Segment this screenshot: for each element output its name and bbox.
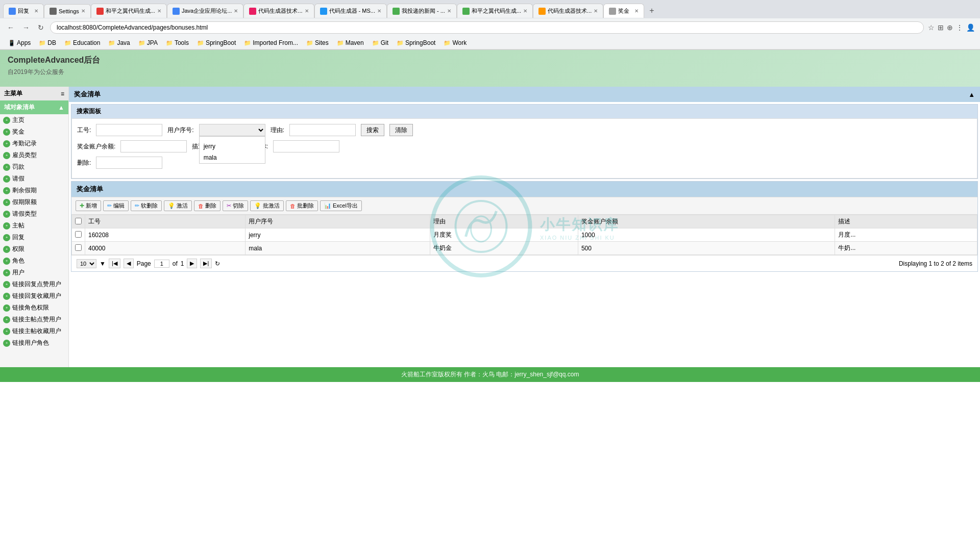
batch-activate-button[interactable]: 💡 批激活 (250, 200, 284, 211)
search-button[interactable]: 搜索 (361, 124, 384, 136)
sidebar-collapse-icon[interactable]: ≡ (61, 90, 64, 97)
sidebar-item-fine[interactable]: 罚款 (0, 161, 68, 173)
table-row[interactable]: 160208 jerry 月度奖 1000 月度... (72, 228, 977, 242)
soft-delete-button[interactable]: ✏ 软删除 (131, 200, 162, 211)
tab-3[interactable]: Java企业应用论坛... ✕ (167, 4, 243, 18)
sidebar-item-post[interactable]: 主帖 (0, 220, 68, 232)
page-prev-button[interactable]: ◀ (124, 259, 134, 268)
sidebar-item-post-collect[interactable]: 链接主帖收藏用户 (0, 325, 68, 337)
tab-4[interactable]: 代码生成器技术... ✕ (243, 4, 314, 18)
bookmark-java[interactable]: 📁 Java (105, 38, 133, 47)
sidebar-item-employee-type[interactable]: 雇员类型 (0, 149, 68, 161)
activate-button[interactable]: 💡 激活 (164, 200, 192, 211)
tab-8[interactable]: 代码生成器技术... ✕ (533, 4, 603, 18)
edit-button[interactable]: ✏ 编辑 (103, 200, 129, 211)
tab-close-6[interactable]: ✕ (447, 8, 451, 14)
bookmark-maven[interactable]: 📁 Maven (334, 38, 367, 47)
sidebar-item-attendance[interactable]: 考勤记录 (0, 138, 68, 149)
bonus-name-input[interactable] (273, 140, 339, 152)
sidebar-item-leave-limit[interactable]: 假期限额 (0, 196, 68, 208)
sidebar-item-reply-collect[interactable]: 链接回复收藏用户 (0, 290, 68, 302)
sidebar-item-leave-type[interactable]: 请假类型 (0, 208, 68, 220)
tab-1[interactable]: Settings ✕ (44, 4, 91, 18)
tab-7[interactable]: 和平之翼代码生成... ✕ (457, 4, 533, 18)
bookmark-springboot-2[interactable]: 📁 SpringBoot (394, 38, 438, 47)
new-tab-button[interactable]: + (644, 3, 659, 18)
menu-icon[interactable]: ⋮ (956, 23, 963, 32)
tab-close-8[interactable]: ✕ (594, 8, 598, 14)
bookmark-sites[interactable]: 📁 Sites (303, 38, 332, 47)
page-refresh-button[interactable]: ↻ (215, 260, 220, 267)
tab-close-4[interactable]: ✕ (305, 8, 309, 14)
sidebar-item-role-perm[interactable]: 链接角色权限 (0, 302, 68, 314)
bookmark-jpa[interactable]: 📁 JPA (135, 38, 161, 47)
tab-0[interactable]: 回复 ✕ (3, 4, 44, 18)
content-collapse-icon[interactable]: ▲ (968, 91, 975, 98)
sidebar-section-header[interactable]: 域对象清单 ▲ (0, 100, 68, 114)
bookmark-icon[interactable]: ☆ (928, 23, 935, 32)
tab-close-5[interactable]: ✕ (377, 8, 381, 14)
sidebar-item-leave[interactable]: 请假 (0, 173, 68, 185)
page-last-button[interactable]: ▶| (200, 259, 212, 268)
bookmark-education[interactable]: 📁 Education (61, 38, 103, 47)
sidebar-item-remaining-leave[interactable]: 剩余假期 (0, 185, 68, 196)
dropdown-option-jerry[interactable]: jerry (200, 141, 265, 152)
bookmark-apps[interactable]: 📱 Apps (5, 38, 34, 47)
reload-button[interactable]: ↻ (36, 22, 46, 33)
employee-id-input[interactable] (96, 124, 162, 136)
sidebar-item-user[interactable]: 用户 (0, 267, 68, 278)
sidebar-item-post-like[interactable]: 链接主帖点赞用户 (0, 314, 68, 325)
user-order-select[interactable]: jerry mala (199, 124, 265, 136)
back-button[interactable]: ← (5, 22, 16, 33)
bookmark-db[interactable]: 📁 DB (36, 38, 59, 47)
add-button[interactable]: ✚ 新增 (76, 200, 101, 211)
bookmark-imported[interactable]: 📁 Imported From... (241, 38, 301, 47)
tab-close-2[interactable]: ✕ (157, 8, 161, 14)
select-all-checkbox[interactable] (75, 218, 82, 224)
page-size-select[interactable]: 10 20 50 (77, 259, 96, 268)
dropdown-option-mala[interactable]: mala (200, 152, 265, 163)
delete-button[interactable]: 🗑 删除 (194, 200, 220, 211)
sidebar-item-reply-like[interactable]: 链接回复点赞用户 (0, 278, 68, 290)
forward-button[interactable]: → (20, 22, 32, 33)
cut-button[interactable]: ✂ 切除 (223, 200, 248, 211)
clear-button[interactable]: 清除 (389, 124, 413, 136)
profile-icon[interactable]: 👤 (966, 23, 975, 32)
extension-icon-2[interactable]: ⊕ (947, 23, 953, 32)
page-next-button[interactable]: ▶ (187, 259, 197, 268)
sidebar-item-permission[interactable]: 权限 (0, 243, 68, 255)
tab-6[interactable]: 我投递的新闻 - ... ✕ (387, 4, 457, 18)
sidebar-item-role[interactable]: 角色 (0, 255, 68, 267)
url-input[interactable] (50, 21, 924, 34)
reason-input[interactable] (289, 124, 356, 136)
sidebar-main-menu[interactable]: 主菜单 ≡ (0, 87, 68, 100)
bookmark-git[interactable]: 📁 Git (369, 38, 391, 47)
bookmark-springboot-1[interactable]: 📁 SpringBoot (194, 38, 239, 47)
tab-close-3[interactable]: ✕ (234, 8, 238, 14)
tab-close-1[interactable]: ✕ (81, 8, 85, 14)
page-first-button[interactable]: |◀ (109, 259, 120, 268)
tab-2[interactable]: 和平之翼代码生成... ✕ (91, 4, 167, 18)
tab-9[interactable]: 奖金 ✕ (603, 4, 644, 18)
tab-close-7[interactable]: ✕ (523, 8, 527, 14)
table-row[interactable]: 40000 mala 牛奶金 500 牛奶... (72, 242, 977, 255)
sidebar-item-user-role[interactable]: 链接用户角色 (0, 337, 68, 349)
row2-checkbox[interactable] (72, 242, 85, 255)
bookmark-tools[interactable]: 📁 Tools (163, 38, 192, 47)
row2-checkbox-input[interactable] (75, 244, 82, 251)
sidebar-item-bonus[interactable]: 奖金 (0, 126, 68, 138)
tab-close-0[interactable]: ✕ (34, 8, 38, 14)
bookmark-work[interactable]: 📁 Work (440, 38, 470, 47)
batch-delete-button[interactable]: 🗑 批删除 (286, 200, 318, 211)
tab-close-9[interactable]: ✕ (634, 8, 639, 14)
excel-export-button[interactable]: 📊 Excel导出 (320, 200, 362, 211)
sidebar-item-reply[interactable]: 回复 (0, 232, 68, 243)
sidebar-item-home[interactable]: 主页 (0, 114, 68, 126)
row1-checkbox[interactable] (72, 228, 85, 242)
dropdown-option-empty[interactable] (200, 137, 265, 141)
page-number-input[interactable] (154, 260, 169, 268)
delete-input[interactable] (96, 157, 162, 169)
bonus-account-input[interactable] (120, 140, 187, 152)
row1-checkbox-input[interactable] (75, 231, 82, 238)
extension-icon-1[interactable]: ⊞ (938, 23, 944, 32)
